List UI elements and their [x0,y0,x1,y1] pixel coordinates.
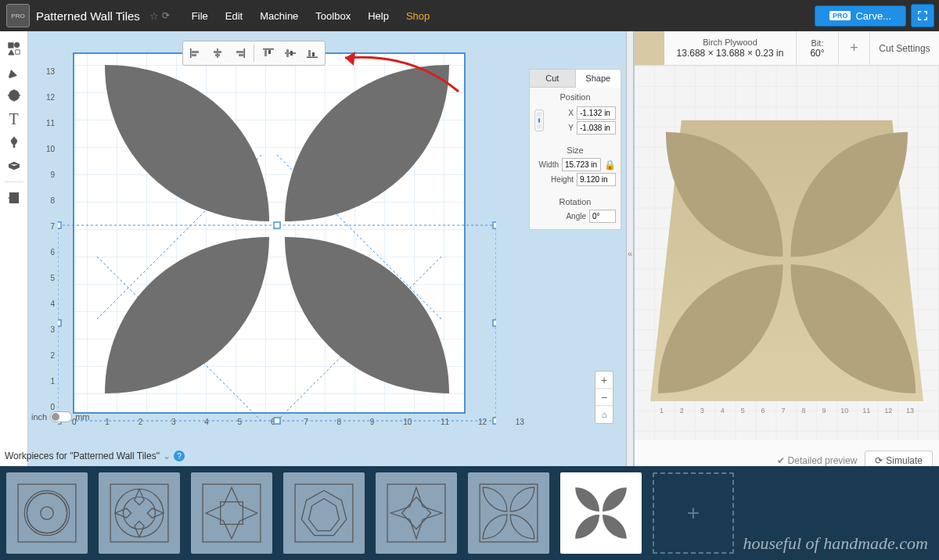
svg-text:1: 1 [660,407,664,415]
position-y-input[interactable] [577,121,616,135]
svg-rect-0 [8,43,13,48]
cut-settings-button[interactable]: Cut Settings [870,31,939,65]
menu-toolbox[interactable]: Toolbox [315,10,351,22]
width-input[interactable] [562,158,601,171]
chevron-down-icon[interactable]: ⌄ [163,451,171,461]
align-left-button[interactable] [185,43,207,63]
plus-icon: + [687,501,700,526]
svg-marker-2 [8,50,13,55]
svg-text:7: 7 [782,407,786,415]
project-title: Patterned Wall Tiles [36,9,140,23]
svg-rect-32 [215,54,220,56]
sync-icon: ⟳ [162,10,170,21]
workpiece-thumb-1[interactable] [6,472,88,554]
workpiece-thumb-7[interactable] [560,472,642,554]
svg-marker-75 [390,487,442,539]
pen-tool-icon[interactable] [3,61,25,83]
svg-text:13: 13 [906,407,914,415]
menu-help[interactable]: Help [368,10,389,22]
refresh-icon: ⟳ [875,455,883,466]
menu-machine[interactable]: Machine [260,10,298,22]
svg-rect-41 [290,51,293,56]
svg-marker-72 [301,490,346,535]
svg-rect-31 [214,51,221,53]
svg-marker-69 [206,487,257,539]
ruler-y: 012345678910111213 [42,63,56,416]
align-bottom-button[interactable] [301,43,323,63]
svg-rect-29 [192,54,196,56]
svg-rect-33 [244,48,246,58]
svg-rect-36 [263,48,274,50]
svg-marker-76 [402,497,431,529]
position-x-input[interactable] [577,106,616,120]
menu-file[interactable]: File [192,10,208,22]
svg-text:2: 2 [680,407,684,415]
zoom-home-button[interactable]: ⌂ [595,406,613,423]
anchor-picker[interactable] [534,109,544,131]
preview-3d-render[interactable]: 12345678910111213 [635,66,939,440]
import-tool-icon[interactable] [3,187,25,209]
zoom-in-button[interactable]: + [595,372,613,389]
svg-rect-21 [493,222,496,228]
svg-marker-73 [309,499,340,531]
alignment-toolbar [182,41,326,66]
menu-edit[interactable]: Edit [225,10,243,22]
favorite-star-icon[interactable]: ☆ [149,10,159,22]
apps-tool-icon[interactable] [3,131,25,153]
svg-marker-3 [15,50,19,54]
workpieces-strip: + [0,466,939,560]
svg-text:6: 6 [761,407,765,415]
svg-rect-22 [493,418,496,424]
design-canvas-area[interactable]: 012345678910111213 012345678910111213 [28,31,626,476]
tab-shape[interactable]: Shape [576,70,621,88]
svg-point-1 [14,42,19,47]
lock-aspect-icon[interactable]: 🔒 [604,160,616,171]
add-bit-button[interactable]: + [839,31,870,65]
svg-text:11: 11 [862,407,870,415]
angle-input[interactable] [589,210,616,223]
add-workpiece-button[interactable]: + [653,472,734,554]
height-input[interactable] [577,173,616,186]
design-canvas[interactable] [58,38,496,429]
library-tool-icon[interactable] [3,155,25,177]
align-top-button[interactable] [257,43,279,63]
drill-tool-icon[interactable] [3,84,25,106]
app-logo[interactable]: PRO [6,4,30,27]
material-swatch[interactable] [635,31,664,65]
svg-text:10: 10 [840,407,848,415]
svg-rect-65 [110,484,168,542]
workpiece-thumb-6[interactable] [468,472,549,554]
workpiece-thumb-3[interactable] [191,472,272,554]
align-center-v-button[interactable] [279,43,301,63]
panel-divider[interactable]: « [626,31,634,476]
fullscreen-button[interactable] [911,4,934,27]
shapes-tool-icon[interactable] [3,38,25,59]
carve-button[interactable]: PRO Carve... [815,5,906,27]
svg-rect-24 [274,418,280,424]
svg-rect-68 [203,484,261,542]
bit-info[interactable]: Bit: 60° [797,31,839,65]
collapse-chevron-icon[interactable]: « [628,249,632,258]
zoom-out-button[interactable]: − [595,389,613,406]
svg-text:9: 9 [822,407,826,415]
tab-cut[interactable]: Cut [530,70,576,88]
shape-properties-panel: Cut Shape Position X Y Size Width🔒 Heigh… [529,69,621,230]
svg-point-66 [115,489,164,537]
svg-rect-77 [480,484,538,542]
detailed-preview-toggle[interactable]: ✔Detailed preview [777,455,858,466]
unit-toggle[interactable]: inch mm [31,411,90,422]
menu-shop[interactable]: Shop [406,10,430,22]
text-tool-icon[interactable]: T [3,108,25,130]
workpiece-thumb-5[interactable] [376,472,457,554]
align-right-button[interactable] [228,43,250,63]
help-icon[interactable]: ? [174,451,185,461]
align-center-h-button[interactable] [207,43,228,63]
svg-rect-38 [268,50,271,54]
workpiece-thumb-2[interactable] [99,472,180,554]
svg-rect-44 [312,52,315,56]
rotation-heading: Rotation [534,197,616,206]
svg-rect-28 [192,51,199,53]
material-info[interactable]: Birch Plywood 13.688 × 13.688 × 0.23 in [664,31,797,65]
unit-switch[interactable] [50,411,72,422]
workpiece-thumb-4[interactable] [283,472,365,554]
